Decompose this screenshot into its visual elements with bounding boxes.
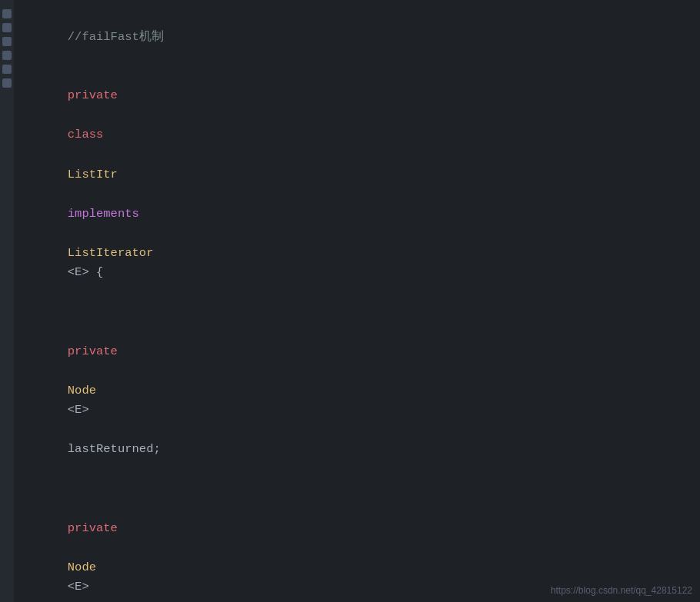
gutter-icon-1 (2, 9, 12, 18)
gutter-icon-2 (2, 23, 12, 32)
space-1 (68, 108, 75, 122)
var-lastreturned: lastReturned; (68, 442, 161, 456)
space-4 (68, 226, 75, 240)
gutter-icon-3 (2, 37, 12, 46)
generic-e-1: <E> { (68, 265, 104, 279)
watermark: https://blog.csdn.net/qq_42815122 (551, 585, 692, 596)
gutter-icon-6 (2, 78, 12, 88)
space-3 (68, 187, 75, 201)
kw-implements: implements (68, 207, 139, 221)
code-line-3: private Node <E> lastReturned; (25, 302, 685, 479)
gutter-icon-4 (2, 51, 12, 60)
generic-e-3: <E> (68, 580, 89, 594)
kw-private-3: private (68, 521, 118, 535)
type-node-2: Node (68, 560, 96, 574)
interface-listiterator: ListIterator (68, 246, 154, 260)
kw-private-2: private (68, 344, 118, 358)
editor-container: //failFast机制 private class ListItr imple… (0, 0, 700, 602)
space-5 (68, 364, 75, 377)
kw-private-1: private (68, 88, 118, 102)
classname-listitr: ListItr (68, 168, 118, 181)
code-line-1: //failFast机制 (25, 8, 685, 67)
code-line-2: private class ListItr implements ListIte… (25, 67, 685, 303)
comment-failfast: //failFast机制 (68, 30, 164, 44)
left-gutter (0, 0, 14, 602)
space-7 (68, 540, 75, 554)
watermark-text: https://blog.csdn.net/qq_42815122 (551, 585, 692, 596)
type-node-1: Node (68, 384, 96, 397)
space-2 (68, 148, 75, 161)
indent-2 (68, 501, 96, 515)
code-area: //failFast机制 private class ListItr imple… (14, 0, 700, 602)
space-6 (68, 423, 75, 437)
generic-e-2: <E> (68, 403, 89, 417)
kw-class: class (68, 128, 104, 141)
indent-1 (68, 324, 96, 338)
gutter-icon-5 (2, 65, 12, 74)
code-line-4: private Node <E> next; (25, 480, 685, 603)
